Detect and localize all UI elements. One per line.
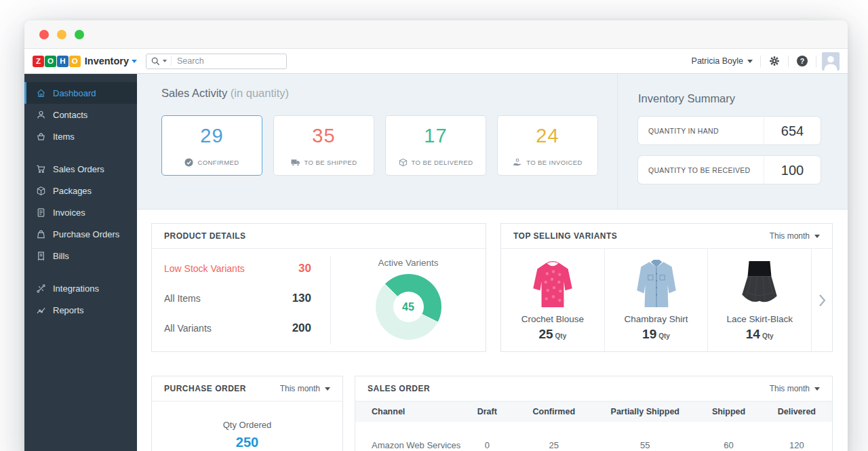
sales-activity-card-confirmed[interactable]: 29 CONFIRMED <box>161 115 262 176</box>
metric-label: Qty Ordered <box>152 420 342 430</box>
org-switch-caret-icon[interactable] <box>132 60 137 63</box>
global-search[interactable] <box>146 54 287 69</box>
carousel-next-button[interactable] <box>812 249 832 351</box>
shopping-bag-icon <box>36 229 46 239</box>
dashboard-main: Sales Activity (in quantity) 29 CONFIRME… <box>137 74 848 451</box>
logo-letter: O <box>69 56 81 67</box>
top-selling-period-dropdown[interactable]: This month <box>770 231 820 241</box>
contacts-icon <box>36 110 46 120</box>
sidebar-item-dashboard[interactable]: Dashboard <box>24 82 137 104</box>
sidebar-item-label: Contacts <box>53 110 87 120</box>
inventory-summary-label: QUANTITY IN HAND <box>638 127 764 135</box>
sales-activity-card-to-be-delivered[interactable]: 17 TO BE DELIVERED <box>385 115 486 176</box>
chevron-right-icon <box>818 294 826 307</box>
top-selling-item-lace-skirt-black[interactable]: Lace Skirt-Black 14Qty <box>708 249 812 351</box>
sales-order-period-dropdown[interactable]: This month <box>770 384 820 393</box>
user-menu[interactable]: Patricia Boyle <box>684 56 760 66</box>
cell-confirmed: 25 <box>513 422 594 451</box>
cell-shipped: 60 <box>696 422 761 451</box>
cell-draft: 0 <box>460 422 513 451</box>
variant-name: Crochet Blouse <box>521 314 584 324</box>
box-icon <box>399 158 408 167</box>
panel-header: SALES ORDER This month <box>355 376 832 401</box>
panel-title: PRODUCT DETAILS <box>164 231 246 241</box>
list-item[interactable]: All Items 130 <box>164 283 330 313</box>
search-scope-caret-icon[interactable] <box>163 60 167 62</box>
bill-icon <box>36 251 46 261</box>
variant-qty: 14Qty <box>746 327 774 342</box>
cart-icon <box>36 164 46 174</box>
sidebar-item-packages[interactable]: Packages <box>24 180 137 201</box>
app-window: Z O H O Inventory Patricia Boyle <box>24 20 848 451</box>
sidebar-item-label: Packages <box>53 186 92 196</box>
product-name: Inventory <box>85 56 129 66</box>
top-selling-item-crochet-blouse[interactable]: Crochet Blouse 25Qty <box>501 249 605 351</box>
donut-chart-label: Active Varients <box>331 258 486 268</box>
maximize-button[interactable] <box>75 30 84 39</box>
card-label-text: CONFIRMED <box>197 159 239 166</box>
sidebar-item-label: Invoices <box>53 208 85 218</box>
qty-number: 14 <box>746 327 760 341</box>
cell-partially-shipped: 55 <box>594 422 696 451</box>
chevron-down-icon <box>325 387 330 391</box>
purchase-order-panel: PURCHASE ORDER This month Qty Ordered 25… <box>151 376 343 451</box>
qty-unit: Qty <box>555 332 567 340</box>
chevron-down-icon <box>814 387 820 391</box>
sidebar-item-label: Reports <box>53 305 84 315</box>
active-variants-donut-chart: 45 <box>376 274 441 340</box>
list-item[interactable]: All Variants 200 <box>164 313 330 343</box>
sales-activity-card-to-be-invoiced[interactable]: 24 TO BE INVOICED <box>497 115 598 176</box>
sales-activity-subtitle: (in quantity) <box>231 87 289 99</box>
top-band: Sales Activity (in quantity) 29 CONFIRME… <box>137 74 848 210</box>
list-item[interactable]: Low Stock Variants 30 <box>164 254 330 283</box>
minimize-button[interactable] <box>57 30 66 39</box>
metric-label: All Variants <box>164 323 292 334</box>
panel-header: PURCHASE ORDER This month <box>152 376 342 401</box>
hand-coin-icon <box>513 158 522 167</box>
dropdown-label: This month <box>280 384 320 393</box>
sidebar-item-label: Dashboard <box>53 88 96 98</box>
close-button[interactable] <box>39 30 49 39</box>
column-header: Shipped <box>696 401 761 422</box>
sidebar: Dashboard Contacts Items Sales Orders <box>24 74 137 451</box>
home-icon <box>36 88 46 98</box>
sales-activity-card-to-be-shipped[interactable]: 35 TO BE SHIPPED <box>273 115 374 176</box>
inventory-summary-row: QUANTITY TO BE RECEIVED 100 <box>638 156 821 184</box>
top-selling-item-chambray-shirt[interactable]: Chambray Shirt 19Qty <box>605 249 709 351</box>
package-icon <box>36 186 46 196</box>
donut-center-value: 45 <box>376 274 441 340</box>
variant-qty: 19Qty <box>642 327 670 342</box>
header-right: Patricia Boyle ? <box>684 52 840 71</box>
settings-button[interactable] <box>761 56 788 66</box>
sidebar-item-sales-orders[interactable]: Sales Orders <box>24 158 137 180</box>
panel-header: PRODUCT DETAILS <box>152 224 486 249</box>
avatar[interactable] <box>822 52 840 71</box>
column-header: Delivered <box>762 401 832 422</box>
sidebar-item-integrations[interactable]: Integrations <box>24 277 137 299</box>
sidebar-item-contacts[interactable]: Contacts <box>24 104 137 125</box>
sidebar-item-purchase-orders[interactable]: Purchase Orders <box>24 223 137 245</box>
inventory-summary-section: Inventory Summary QUANTITY IN HAND 654 Q… <box>617 74 848 209</box>
search-input[interactable] <box>177 56 281 66</box>
divider <box>171 56 172 66</box>
purchase-order-period-dropdown[interactable]: This month <box>280 384 330 393</box>
sidebar-item-invoices[interactable]: Invoices <box>24 201 137 223</box>
zoho-inventory-logo[interactable]: Z O H O Inventory <box>24 56 137 67</box>
sidebar-item-items[interactable]: Items <box>24 125 137 147</box>
sales-order-panel: SALES ORDER This month Channel Draft <box>355 376 833 451</box>
window-titlebar <box>24 20 848 49</box>
items-basket-icon <box>36 132 46 142</box>
help-button[interactable]: ? <box>789 56 816 66</box>
sidebar-item-label: Items <box>53 132 75 142</box>
metric-label: All Items <box>164 293 292 304</box>
sidebar-item-bills[interactable]: Bills <box>24 245 137 267</box>
inventory-summary-value: 100 <box>764 157 821 184</box>
table-row[interactable]: Amazon Web Services 0 25 55 60 120 <box>355 422 832 451</box>
card-label-text: TO BE DELIVERED <box>412 159 473 166</box>
sidebar-item-reports[interactable]: Reports <box>24 299 137 321</box>
logo-letter: O <box>45 56 56 67</box>
product-details-panel: PRODUCT DETAILS Low Stock Variants 30 Al… <box>151 223 486 352</box>
variant-qty: 25Qty <box>538 327 566 342</box>
check-circle-icon <box>184 158 193 167</box>
help-icon: ? <box>797 56 808 66</box>
